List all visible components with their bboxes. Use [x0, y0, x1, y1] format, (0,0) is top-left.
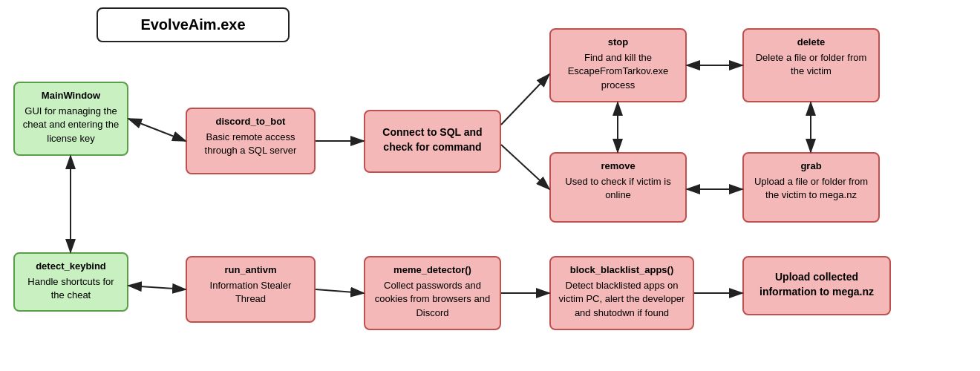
run-antivm-body: Information Stealer Thread: [210, 280, 292, 304]
title-text: EvolveAim.exe: [140, 16, 245, 33]
discord-bot-body: Basic remote access through a SQL server: [205, 131, 297, 156]
mainwindow-body: GUI for managing the cheat and entering …: [23, 105, 119, 143]
discord-bot-title: discord_to_bot: [195, 115, 307, 128]
svg-line-11: [128, 286, 186, 289]
detect-keybind-box: detect_keybind Handle shortcuts for the …: [13, 252, 128, 312]
remove-body: Used to check if victim is online: [565, 176, 670, 200]
block-blacklist-box: block_blacklist_apps() Detect blackliste…: [549, 256, 694, 330]
block-blacklist-title: block_blacklist_apps(): [558, 263, 685, 277]
grab-box: grab Upload a file or folder from the vi…: [742, 152, 880, 223]
grab-title: grab: [751, 160, 871, 173]
upload-mega-title: Upload collected information to mega.nz: [751, 270, 882, 299]
meme-detector-body: Collect passwords and cookies from brows…: [375, 280, 490, 318]
grab-body: Upload a file or folder from the victim …: [754, 176, 868, 200]
mainwindow-title: MainWindow: [22, 89, 120, 102]
discord-bot-box: discord_to_bot Basic remote access throu…: [186, 108, 316, 174]
detect-keybind-title: detect_keybind: [22, 260, 120, 273]
svg-line-5: [501, 145, 549, 189]
diagram: EvolveAim.exe MainWindow GUI for managin…: [0, 0, 980, 371]
meme-detector-title: meme_detector(): [373, 263, 492, 277]
delete-box: delete Delete a file or folder from the …: [742, 28, 880, 102]
run-antivm-box: run_antivm Information Stealer Thread: [186, 256, 316, 323]
delete-body: Delete a file or folder from the victim: [756, 52, 867, 76]
remove-box: remove Used to check if victim is online: [549, 152, 687, 223]
svg-line-2: [128, 119, 186, 141]
stop-box: stop Find and kill the EscapeFromTarkov.…: [549, 28, 687, 102]
title-box: EvolveAim.exe: [97, 7, 290, 42]
connect-sql-title: Connect to SQL and check for command: [373, 125, 492, 154]
remove-title: remove: [558, 160, 678, 173]
stop-body: Find and kill the EscapeFromTarkov.exe p…: [568, 52, 669, 90]
stop-title: stop: [558, 36, 678, 49]
delete-title: delete: [751, 36, 871, 49]
detect-keybind-body: Handle shortcuts for the cheat: [27, 276, 114, 301]
svg-line-12: [316, 289, 364, 293]
block-blacklist-body: Detect blacklisted apps on victim PC, al…: [559, 280, 685, 318]
upload-mega-box: Upload collected information to mega.nz: [742, 256, 891, 315]
connect-sql-box: Connect to SQL and check for command: [364, 110, 501, 173]
svg-line-4: [501, 74, 549, 125]
run-antivm-title: run_antivm: [195, 263, 307, 277]
mainwindow-box: MainWindow GUI for managing the cheat an…: [13, 82, 128, 156]
meme-detector-box: meme_detector() Collect passwords and co…: [364, 256, 501, 330]
